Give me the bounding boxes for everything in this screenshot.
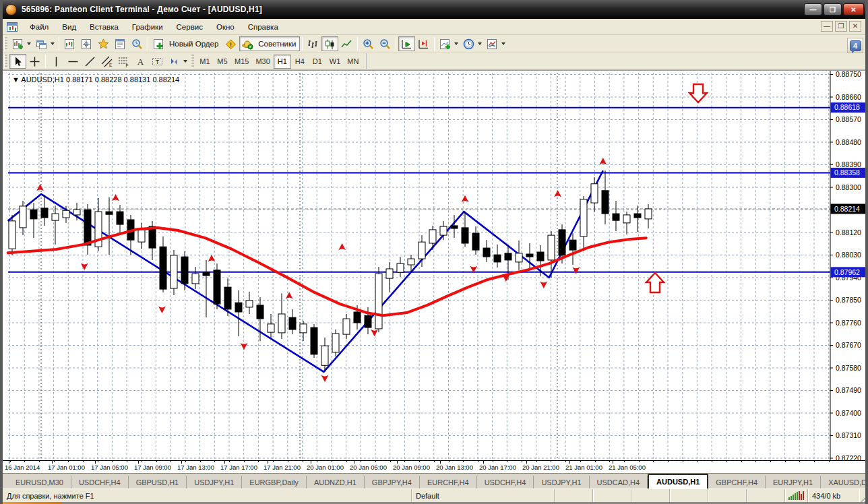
trendline-button[interactable] (82, 54, 98, 69)
text-label-button[interactable]: T (149, 54, 166, 69)
new-order-icon (152, 38, 165, 51)
navigator-button[interactable] (95, 36, 112, 51)
toolbar-separator (45, 55, 46, 68)
chart-tab-xauusd-daily[interactable]: XAUUSD,Daily (821, 476, 868, 489)
menu-сервис[interactable]: Сервис (170, 21, 210, 33)
time-axis-label: 20 Jan 21:00 (522, 464, 559, 471)
chart-tab-usdjpy-h1[interactable]: USDJPY,H1 (187, 476, 242, 489)
timeframe-h1-button[interactable]: H1 (274, 55, 291, 69)
price-axis[interactable] (830, 71, 868, 461)
candlestick-chart[interactable]: ▼ AUDUSD,H1 0.88171 0.88228 0.88131 0.88… (3, 71, 868, 461)
chart-bars-button[interactable] (305, 36, 321, 51)
auto-scroll-button[interactable] (398, 36, 415, 51)
timeframe-d1-button[interactable]: D1 (309, 55, 326, 69)
mdi-window-controls: —❐✕ (821, 21, 861, 32)
title-bar[interactable]: 565896: Panteon Client Terminal - Демо С… (0, 0, 868, 19)
chart-tab-usdchf-h4[interactable]: USDCHF,H4 (477, 476, 534, 489)
chart-tab-eurchf-h4[interactable]: EURCHF,H4 (420, 476, 477, 489)
toolbar-grip[interactable] (4, 55, 7, 68)
status-profile[interactable]: Default (412, 489, 555, 502)
indicators-button[interactable] (437, 36, 460, 51)
data-window-button[interactable] (78, 36, 95, 51)
terminal-window: 565896: Panteon Client Terminal - Демо С… (0, 0, 868, 504)
chart-tab-audnzd-h1[interactable]: AUDNZD,H1 (307, 476, 365, 489)
chart-symbol-label[interactable]: ▼ AUDUSD,H1 0.88171 0.88228 0.88131 0.88… (12, 75, 179, 84)
menu-справка[interactable]: Справка (241, 21, 285, 33)
auto-scroll-icon (400, 38, 413, 51)
chart-shift-icon (417, 38, 430, 51)
chart-tab-gbpusd-h1[interactable]: GBPUSD,H1 (129, 476, 187, 489)
menu-файл[interactable]: Файл (23, 21, 55, 33)
chart-tab-audusd-h1[interactable]: AUDUSD,H1 (648, 474, 708, 489)
advisors-button[interactable]: Советники (239, 36, 300, 51)
chart-line-button[interactable] (338, 36, 355, 51)
crosshair-button[interactable] (26, 54, 43, 69)
chart-tab-eurusd-m30[interactable]: EURUSD,M30 (8, 476, 71, 489)
arrows-button[interactable] (166, 54, 189, 69)
mdi-minimize-button[interactable]: — (821, 21, 833, 32)
new-order-button[interactable]: Новый Ордер (150, 36, 222, 51)
chart-tab-usdjpy-h1[interactable]: USDJPY,H1 (534, 476, 589, 489)
time-axis-label: 21 Jan 01:00 (565, 464, 602, 471)
price-tick-label: 0.87400 (836, 409, 861, 417)
fibonacci-button[interactable]: F (115, 54, 132, 69)
mdi-close-button[interactable]: ✕ (849, 21, 861, 32)
chart-tab-usdchf-h4[interactable]: USDCHF,H4 (71, 476, 129, 489)
menu-вставка[interactable]: Вставка (83, 21, 125, 33)
strategy-tester-button[interactable] (129, 36, 146, 51)
svg-text:T: T (156, 58, 160, 65)
timeframe-mn-button[interactable]: MN (344, 55, 362, 69)
time-axis[interactable]: 16 Jan 201417 Jan 01:0017 Jan 05:0017 Ja… (3, 460, 868, 473)
templates-button[interactable] (484, 36, 507, 51)
chart-shift-button[interactable] (415, 36, 432, 51)
timeframe-m1-button[interactable]: M1 (196, 55, 214, 69)
text-icon: A (134, 55, 147, 68)
price-tick-label: 0.88030 (836, 251, 861, 259)
terminal-button[interactable] (112, 36, 129, 51)
chart-area[interactable]: ▼ AUDUSD,H1 0.88171 0.88228 0.88131 0.88… (3, 70, 868, 460)
minimize-button[interactable]: — (804, 3, 822, 15)
maximize-button[interactable]: ❐ (824, 3, 842, 15)
timeframe-h4-button[interactable]: H4 (291, 55, 309, 69)
chart-tab-gbpjpy-h4[interactable]: GBPJPY,H4 (365, 476, 420, 489)
zoom-in-button[interactable] (360, 36, 377, 51)
chart-tab-gbpchf-h4[interactable]: GBPCHF,H4 (708, 476, 766, 489)
toolbar-grip[interactable] (4, 37, 7, 51)
chart-window-icon (7, 22, 18, 32)
chart-candles-button[interactable] (321, 36, 338, 51)
menu-вид[interactable]: Вид (55, 21, 83, 33)
price-tick-label: 0.87490 (836, 386, 861, 394)
price-tick-label: 0.87850 (836, 296, 861, 304)
chart-tabs: EURUSD,M30USDCHF,H4GBPUSD,H1USDJPY,H1EUR… (8, 474, 868, 489)
timeframe-m15-button[interactable]: M15 (231, 55, 252, 69)
cursor-button[interactable] (9, 54, 26, 69)
new-chart-button[interactable] (9, 36, 33, 51)
equidistant-channel-button[interactable]: E (98, 54, 115, 69)
timeframe-w1-button[interactable]: W1 (326, 55, 344, 69)
chart-tab-eurgbp-daily[interactable]: EURGBP,Daily (242, 476, 307, 489)
dropdown-caret-icon (183, 60, 187, 63)
market-watch-button[interactable] (61, 36, 78, 51)
notification-button[interactable]: 4 (847, 38, 863, 53)
mdi-restore-button[interactable]: ❐ (835, 21, 847, 32)
toolbar-grip[interactable] (191, 55, 194, 68)
chart-tab-usdcad-h4[interactable]: USDCAD,H4 (590, 476, 648, 489)
toolbar-separator (59, 37, 59, 51)
profiles-button[interactable] (33, 36, 57, 51)
vertical-line-button[interactable] (48, 54, 65, 69)
warning-button[interactable]: ! (222, 36, 239, 51)
periods-button[interactable] (460, 36, 484, 51)
timeframe-m30-button[interactable]: M30 (252, 55, 273, 69)
notification-count-badge: 4 (850, 40, 861, 51)
menu-окно[interactable]: Окно (210, 21, 241, 33)
close-button[interactable]: ✕ (843, 3, 864, 15)
resize-grip[interactable] (859, 489, 868, 502)
text-button[interactable]: A (132, 54, 149, 69)
menu-графики[interactable]: Графики (125, 21, 170, 33)
time-axis-label: 17 Jan 01:00 (48, 464, 85, 471)
chart-tab-eurjpy-h1[interactable]: EURJPY,H1 (766, 476, 821, 489)
horizontal-line-button[interactable] (65, 54, 82, 69)
timeframe-m5-button[interactable]: M5 (214, 55, 231, 69)
crosshair-icon (28, 55, 41, 68)
zoom-out-button[interactable] (377, 36, 394, 51)
